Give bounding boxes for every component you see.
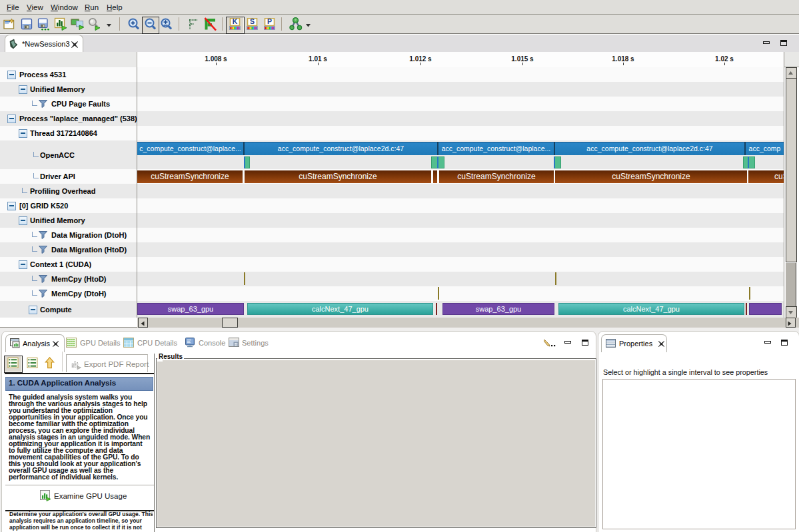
svg-text:K: K <box>233 18 238 25</box>
svg-text:S: S <box>250 18 255 25</box>
svg-text:P: P <box>267 18 272 25</box>
